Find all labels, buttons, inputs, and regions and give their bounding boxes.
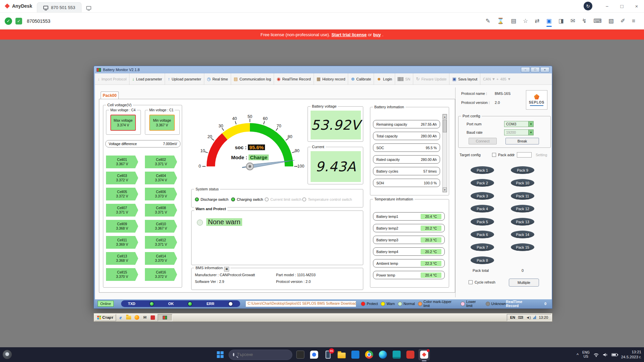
actions-lightning-icon[interactable]: ↯ <box>582 17 587 24</box>
volume-icon[interactable]: ◄) <box>526 315 531 319</box>
start-trial-link[interactable]: Start trial license <box>331 32 367 37</box>
remote-lang-indicator[interactable]: EN <box>510 315 515 319</box>
tray-chevron-icon[interactable]: ^ <box>577 352 579 357</box>
file-explorer-icon[interactable] <box>336 349 347 360</box>
bms-protocol-version: Protocol version : 2.0 <box>276 280 311 284</box>
buy-link[interactable]: buy <box>373 32 381 37</box>
favorites-icon[interactable]: ☆ <box>523 17 528 24</box>
login-button[interactable]: ☻Login <box>374 73 395 84</box>
anydesk-taskbar-icon[interactable] <box>419 349 430 360</box>
file-manager-icon[interactable]: ▤ <box>511 17 516 24</box>
network-icon[interactable] <box>533 316 536 319</box>
remote-id-label: 870501553 <box>27 18 50 24</box>
search-input[interactable] <box>237 352 289 357</box>
edge-icon[interactable] <box>377 349 389 360</box>
scroll-up-icon[interactable]: ▲ <box>443 114 447 119</box>
remote-clock[interactable]: 13:20 <box>539 315 548 319</box>
session-tab[interactable]: 870 501 553 <box>37 2 82 12</box>
pack-button[interactable]: Pack 15 <box>511 243 534 251</box>
pack-button[interactable]: Pack 6 <box>471 231 494 238</box>
mail-icon[interactable]: ✉ <box>142 314 148 321</box>
calibrate-button[interactable]: ⊕Calibrate <box>348 73 374 84</box>
dark-window-app-icon[interactable] <box>295 349 306 360</box>
real-time-button[interactable]: ◷Real time <box>204 73 231 84</box>
pack-button[interactable]: Pack 2 <box>471 179 494 187</box>
port-num-select[interactable]: COM3▼ <box>504 121 534 127</box>
pack-button[interactable]: Pack 12 <box>511 205 534 213</box>
keyboard-icon[interactable]: ⌨ <box>593 17 602 24</box>
realtime-record-button[interactable]: ◉RealTime Record <box>274 73 314 84</box>
bm-minimize-button[interactable]: − <box>521 67 530 72</box>
store-app-icon[interactable] <box>350 349 361 360</box>
save-layout-button[interactable]: ▣Sava layout <box>449 73 480 84</box>
pack-button[interactable]: Pack 11 <box>511 192 534 200</box>
ie-icon[interactable]: e <box>117 314 124 321</box>
bms-expand-icon[interactable]: ▣ <box>224 267 229 272</box>
phone-link-icon[interactable]: 85 <box>322 349 334 360</box>
minimize-button[interactable]: − <box>600 0 614 12</box>
scroll-down-icon[interactable]: ▼ <box>443 187 447 192</box>
search-box[interactable] <box>229 350 292 360</box>
red-app-icon[interactable] <box>150 314 156 321</box>
wifi-icon[interactable] <box>593 353 599 357</box>
monitor-select-icon[interactable]: ▣ <box>546 17 552 24</box>
tab-pack00[interactable]: Pack00 <box>101 92 119 99</box>
load-parameter-button[interactable]: ↓Load parameter <box>129 73 165 84</box>
bm-maximize-button[interactable]: □ <box>531 67 540 72</box>
pack-button[interactable]: Pack 13 <box>511 218 534 226</box>
menu-icon[interactable]: ≡ <box>632 18 635 24</box>
cycle-refresh-checkbox[interactable] <box>469 280 473 284</box>
communication-log-button[interactable]: ▤Communication log <box>231 73 274 84</box>
volume-icon[interactable] <box>603 353 608 357</box>
upload-parameter-button[interactable]: ↑Upload parameter <box>165 73 204 84</box>
svg-text:70: 70 <box>276 124 281 128</box>
pack-addr-input[interactable] <box>517 152 532 158</box>
chat-icon[interactable]: ✎ <box>486 17 490 24</box>
pack-button[interactable]: Pack 3 <box>471 192 494 200</box>
firefox-icon[interactable] <box>133 314 140 321</box>
pack-button[interactable]: Pack 4 <box>471 205 494 213</box>
break-button[interactable]: Break <box>505 138 539 144</box>
start-button[interactable] <box>217 351 224 358</box>
session-duration-icon[interactable]: ⌛ <box>497 17 504 24</box>
red-app-icon[interactable] <box>405 349 416 360</box>
pack-addr-checkbox[interactable] <box>492 153 496 157</box>
pack-button[interactable]: Pack 5 <box>471 218 494 226</box>
battery-monitor-taskbar-button[interactable] <box>158 314 172 321</box>
permissions-icon[interactable]: ▧ <box>608 17 614 24</box>
battery-icon[interactable] <box>611 353 618 356</box>
widgets-icon[interactable] <box>3 350 12 359</box>
charging-switch[interactable]: Charging switch <box>231 197 263 201</box>
history-record-button[interactable]: ▦History record <box>314 73 348 84</box>
file-transfer-icon[interactable]: ⇄ <box>535 17 539 24</box>
current-box: 9.43A <box>311 151 361 182</box>
pack-button[interactable]: Pack 7 <box>471 243 494 251</box>
keyboard-icon[interactable]: ⌨ <box>518 315 523 320</box>
remote-start-button[interactable]: Старт <box>95 314 116 321</box>
bm-titlebar[interactable]: Battery Monitor V2.1.8 − □ × <box>94 66 552 73</box>
scrollbar-thumb[interactable] <box>443 120 447 132</box>
maximize-button[interactable]: □ <box>614 0 629 12</box>
pack-button[interactable]: Pack 1 <box>471 166 494 174</box>
chat-app-icon[interactable] <box>309 349 320 360</box>
chrome-icon[interactable] <box>364 349 375 360</box>
pack-button[interactable]: Pack 9 <box>511 166 534 174</box>
baud-rate-select[interactable]: 19200▼ <box>504 129 534 135</box>
clock[interactable]: 13:2124.5.2023 г. <box>621 350 641 360</box>
folder-icon[interactable] <box>125 314 132 321</box>
whiteboard-icon[interactable]: ✐ <box>621 17 625 24</box>
pack-button[interactable]: Pack 8 <box>471 256 494 264</box>
battery-info-scrollbar[interactable]: ▲ ▼ <box>442 114 447 192</box>
display-settings-icon[interactable]: ◨ <box>558 17 564 24</box>
pack-button[interactable]: Pack 14 <box>511 231 534 238</box>
close-button[interactable]: × <box>629 0 644 12</box>
new-session-icon[interactable] <box>86 6 91 10</box>
message-icon[interactable]: ✉ <box>571 17 575 24</box>
multiple-button[interactable]: Multiple <box>509 279 539 287</box>
media-app-icon[interactable] <box>391 349 402 360</box>
discharge-switch[interactable]: Discharge switch <box>195 197 228 201</box>
language-indicator[interactable]: ENGUS <box>582 351 590 359</box>
pack-button[interactable]: Pack 10 <box>511 179 534 187</box>
session-status-badge[interactable]: ↻ <box>584 2 592 10</box>
bm-close-button[interactable]: × <box>540 67 549 72</box>
